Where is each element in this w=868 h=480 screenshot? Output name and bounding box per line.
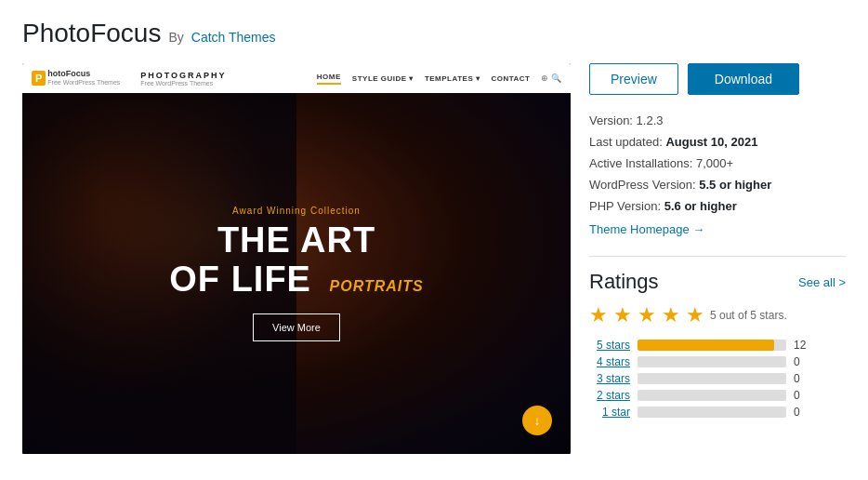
- scroll-arrow[interactable]: ↓: [522, 406, 552, 435]
- star-bar-count-2: 0: [794, 372, 800, 385]
- portraits-label: Portraits: [330, 278, 424, 294]
- last-updated-row: Last updated: August 10, 2021: [589, 135, 846, 149]
- star-bar-label-3[interactable]: 2 stars: [589, 389, 630, 402]
- last-updated-value: August 10, 2021: [665, 135, 757, 149]
- preview-button[interactable]: Preview: [589, 63, 678, 95]
- theme-header: PhotoFocus By Catch Themes: [22, 19, 846, 48]
- star-5: ★: [686, 303, 704, 327]
- ratings-header: Ratings See all >: [589, 270, 846, 294]
- theme-preview: P hotoFocus Free WordPress Themes PHOTOG…: [22, 63, 571, 454]
- fake-nav-contact: CONTACT: [491, 74, 530, 83]
- meta-info: Version: 1.2.3 Last updated: August 10, …: [589, 113, 846, 237]
- star-bar-row-3: 2 stars0: [589, 389, 846, 402]
- page-container: PhotoFocus By Catch Themes P hotoFocus F…: [0, 0, 868, 473]
- star-bar-track-1: [638, 356, 786, 367]
- award-text: Award Winning Collection: [169, 206, 423, 216]
- php-value: 5.6 or higher: [664, 199, 737, 213]
- star-bar-track-3: [638, 390, 786, 401]
- star-bar-label-2[interactable]: 3 stars: [589, 372, 630, 385]
- right-panel: Preview Download Version: 1.2.3 Last upd…: [589, 63, 846, 454]
- action-buttons: Preview Download: [589, 63, 846, 95]
- theme-homepage-row: Theme Homepage →: [589, 220, 846, 237]
- fake-logo-name-text: hotoFocus: [47, 69, 120, 79]
- star-2: ★: [613, 303, 632, 327]
- preview-text-block: Award Winning Collection THE ART OF LIFE…: [151, 187, 441, 361]
- fake-nav-style: STYLE GUIDE ▾: [352, 74, 414, 83]
- see-all-chevron: >: [838, 275, 846, 289]
- star-bar-track-2: [638, 373, 786, 384]
- star-bar-label-1[interactable]: 4 stars: [589, 355, 630, 368]
- fake-logo-sub: Free WordPress Themes: [47, 79, 120, 87]
- php-label: PHP Version:: [589, 199, 661, 213]
- ratings-title: Ratings: [589, 270, 659, 294]
- star-1: ★: [589, 303, 608, 327]
- star-bar-label-0[interactable]: 5 stars: [589, 339, 630, 352]
- wp-version-row: WordPress Version: 5.5 or higher: [589, 178, 846, 192]
- fake-site-title: PHOTOGRAPHY: [140, 71, 226, 80]
- star-bar-label-4[interactable]: 1 star: [589, 406, 630, 419]
- star-3: ★: [638, 303, 656, 327]
- star-bar-row-4: 1 star0: [589, 406, 846, 419]
- star-bar-fill-0: [638, 340, 774, 351]
- version-label: Version:: [589, 113, 633, 127]
- fake-nav-home: HOME: [317, 73, 341, 85]
- main-heading-line1: THE ART OF LIFE Portraits: [169, 221, 423, 300]
- star-bar-count-1: 0: [794, 355, 800, 368]
- fake-nav-icons: ⊕ 🔍: [541, 73, 561, 83]
- theme-homepage-link[interactable]: Theme Homepage →: [589, 222, 704, 236]
- theme-title: PhotoFocus: [22, 19, 161, 48]
- star-bar-count-3: 0: [794, 389, 800, 402]
- star-4: ★: [662, 303, 680, 327]
- see-all-link[interactable]: See all >: [798, 275, 846, 289]
- last-updated-label: Last updated:: [589, 135, 663, 149]
- fake-browser-bar: P hotoFocus Free WordPress Themes PHOTOG…: [22, 63, 571, 93]
- fake-nav: HOME STYLE GUIDE ▾ TEMPLATES ▾ CONTACT ⊕…: [317, 73, 561, 85]
- active-installs-value: 7,000+: [696, 156, 733, 170]
- wp-version-label: WordPress Version:: [589, 178, 696, 192]
- preview-overlay: Award Winning Collection THE ART OF LIFE…: [22, 93, 571, 454]
- view-more-button[interactable]: View More: [253, 313, 340, 341]
- theme-by-text: By: [168, 30, 183, 45]
- fake-nav-templates: TEMPLATES ▾: [425, 74, 480, 83]
- fake-logo: P hotoFocus Free WordPress Themes: [32, 69, 120, 87]
- wp-version-value: 5.5 or higher: [699, 178, 771, 192]
- star-bar-track-0: [638, 340, 786, 351]
- download-button[interactable]: Download: [688, 63, 799, 95]
- version-value: 1.2.3: [637, 113, 664, 127]
- php-version-row: PHP Version: 5.6 or higher: [589, 199, 846, 213]
- active-installs-label: Active Installations:: [589, 156, 692, 170]
- fake-logo-name: hotoFocus Free WordPress Themes: [47, 69, 120, 87]
- stars-label: 5 out of 5 stars.: [710, 309, 787, 322]
- star-bar-count-4: 0: [794, 406, 800, 419]
- ratings-section: Ratings See all > ★ ★ ★ ★ ★ 5 out of 5 s…: [589, 256, 846, 419]
- star-bar-row-0: 5 stars12: [589, 339, 846, 352]
- star-bar-count-0: 12: [794, 339, 806, 352]
- fake-site-tagline: Free WordPress Themes: [140, 80, 226, 87]
- fake-site-info: PHOTOGRAPHY Free WordPress Themes: [140, 71, 226, 87]
- star-bar-row-1: 4 stars0: [589, 355, 846, 368]
- active-installs-row: Active Installations: 7,000+: [589, 156, 846, 170]
- fake-logo-p-letter: P: [32, 71, 46, 86]
- version-row: Version: 1.2.3: [589, 113, 846, 127]
- star-bar-row-2: 3 stars0: [589, 372, 846, 385]
- preview-image-bg: P hotoFocus Free WordPress Themes PHOTOG…: [22, 63, 571, 454]
- star-bars: 5 stars124 stars03 stars02 stars01 star0: [589, 339, 846, 419]
- theme-author-link[interactable]: Catch Themes: [191, 30, 276, 45]
- main-content: P hotoFocus Free WordPress Themes PHOTOG…: [22, 63, 846, 454]
- star-bar-track-4: [638, 407, 786, 418]
- stars-row: ★ ★ ★ ★ ★ 5 out of 5 stars.: [589, 303, 846, 327]
